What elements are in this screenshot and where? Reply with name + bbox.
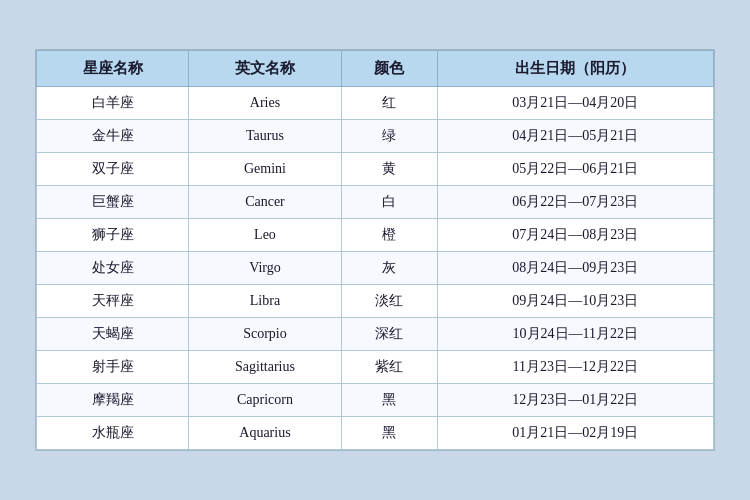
cell-date: 10月24日—11月22日 <box>437 318 713 351</box>
cell-chinese-name: 天蝎座 <box>37 318 189 351</box>
cell-chinese-name: 金牛座 <box>37 120 189 153</box>
header-date: 出生日期（阳历） <box>437 51 713 87</box>
cell-english-name: Aries <box>189 87 341 120</box>
table-row: 双子座Gemini黄05月22日—06月21日 <box>37 153 714 186</box>
table-row: 摩羯座Capricorn黑12月23日—01月22日 <box>37 384 714 417</box>
cell-date: 08月24日—09月23日 <box>437 252 713 285</box>
table-row: 白羊座Aries红03月21日—04月20日 <box>37 87 714 120</box>
cell-color: 深红 <box>341 318 437 351</box>
table-header-row: 星座名称 英文名称 颜色 出生日期（阳历） <box>37 51 714 87</box>
cell-color: 白 <box>341 186 437 219</box>
cell-english-name: Scorpio <box>189 318 341 351</box>
cell-english-name: Cancer <box>189 186 341 219</box>
cell-color: 黄 <box>341 153 437 186</box>
cell-color: 黑 <box>341 384 437 417</box>
cell-chinese-name: 巨蟹座 <box>37 186 189 219</box>
cell-color: 红 <box>341 87 437 120</box>
cell-chinese-name: 双子座 <box>37 153 189 186</box>
cell-color: 黑 <box>341 417 437 450</box>
cell-date: 01月21日—02月19日 <box>437 417 713 450</box>
cell-date: 03月21日—04月20日 <box>437 87 713 120</box>
header-color: 颜色 <box>341 51 437 87</box>
cell-chinese-name: 白羊座 <box>37 87 189 120</box>
cell-color: 灰 <box>341 252 437 285</box>
header-english-name: 英文名称 <box>189 51 341 87</box>
cell-chinese-name: 处女座 <box>37 252 189 285</box>
cell-date: 06月22日—07月23日 <box>437 186 713 219</box>
table-row: 巨蟹座Cancer白06月22日—07月23日 <box>37 186 714 219</box>
cell-chinese-name: 射手座 <box>37 351 189 384</box>
table-row: 射手座Sagittarius紫红11月23日—12月22日 <box>37 351 714 384</box>
cell-date: 09月24日—10月23日 <box>437 285 713 318</box>
cell-english-name: Aquarius <box>189 417 341 450</box>
cell-chinese-name: 天秤座 <box>37 285 189 318</box>
cell-english-name: Taurus <box>189 120 341 153</box>
table-row: 天蝎座Scorpio深红10月24日—11月22日 <box>37 318 714 351</box>
cell-english-name: Gemini <box>189 153 341 186</box>
cell-english-name: Sagittarius <box>189 351 341 384</box>
cell-date: 11月23日—12月22日 <box>437 351 713 384</box>
cell-color: 紫红 <box>341 351 437 384</box>
table-row: 狮子座Leo橙07月24日—08月23日 <box>37 219 714 252</box>
cell-english-name: Leo <box>189 219 341 252</box>
cell-english-name: Capricorn <box>189 384 341 417</box>
cell-english-name: Virgo <box>189 252 341 285</box>
table-row: 处女座Virgo灰08月24日—09月23日 <box>37 252 714 285</box>
cell-chinese-name: 狮子座 <box>37 219 189 252</box>
cell-date: 07月24日—08月23日 <box>437 219 713 252</box>
cell-color: 绿 <box>341 120 437 153</box>
cell-chinese-name: 摩羯座 <box>37 384 189 417</box>
cell-color: 淡红 <box>341 285 437 318</box>
table-row: 天秤座Libra淡红09月24日—10月23日 <box>37 285 714 318</box>
cell-chinese-name: 水瓶座 <box>37 417 189 450</box>
zodiac-table-container: 星座名称 英文名称 颜色 出生日期（阳历） 白羊座Aries红03月21日—04… <box>35 49 715 451</box>
table-row: 水瓶座Aquarius黑01月21日—02月19日 <box>37 417 714 450</box>
zodiac-table: 星座名称 英文名称 颜色 出生日期（阳历） 白羊座Aries红03月21日—04… <box>36 50 714 450</box>
header-chinese-name: 星座名称 <box>37 51 189 87</box>
cell-date: 04月21日—05月21日 <box>437 120 713 153</box>
cell-english-name: Libra <box>189 285 341 318</box>
cell-date: 12月23日—01月22日 <box>437 384 713 417</box>
cell-date: 05月22日—06月21日 <box>437 153 713 186</box>
table-body: 白羊座Aries红03月21日—04月20日金牛座Taurus绿04月21日—0… <box>37 87 714 450</box>
table-row: 金牛座Taurus绿04月21日—05月21日 <box>37 120 714 153</box>
cell-color: 橙 <box>341 219 437 252</box>
